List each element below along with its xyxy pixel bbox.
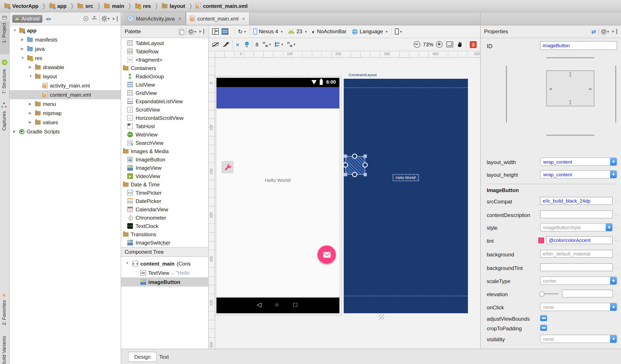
component-row-textview[interactable]: AbTextView – "Hello (121, 268, 208, 277)
id-field[interactable]: imageButton (540, 41, 617, 50)
tree-row-mipmap[interactable]: ▶ mipmap (10, 108, 121, 118)
palette-item[interactable]: Chronometer (121, 213, 208, 222)
close-icon[interactable]: × (178, 16, 181, 22)
contentdescription-field[interactable] (540, 210, 613, 218)
breadcrumb-item[interactable]: app (50, 3, 67, 9)
api-selector[interactable]: 23 (296, 28, 302, 35)
stepper-icon[interactable] (610, 277, 617, 285)
palette-item[interactable]: TableRow (121, 47, 208, 55)
device-selector[interactable]: Nexus 4 (259, 28, 278, 35)
collapse-arrow-icon[interactable]: ▶ (29, 102, 32, 106)
constraint-anchor[interactable] (352, 154, 357, 159)
croptopadding-toggle[interactable] (540, 325, 547, 331)
navigate-arrows-icon[interactable]: ◀▶ (45, 17, 52, 21)
constraint-margin-bottom[interactable] (546, 135, 594, 136)
elevation-slider-track[interactable] (544, 293, 558, 295)
browse-icon[interactable] (614, 238, 620, 243)
tab-mainactivity[interactable]: C MainActivity.java × (124, 12, 186, 25)
collapse-arrow-icon[interactable]: ▶ (29, 65, 32, 69)
close-icon[interactable]: × (242, 16, 245, 22)
design-blueprint-view-icon[interactable] (222, 28, 228, 35)
pan-hand-icon[interactable] (457, 41, 463, 48)
palette-item[interactable]: ↔HorizontalScrollView (121, 114, 208, 122)
back-icon[interactable]: ◁ (257, 301, 261, 308)
tree-row-java[interactable]: ▶ java (10, 44, 121, 53)
palette-item[interactable]: CalendarView (121, 205, 208, 213)
stepper-icon[interactable] (610, 157, 617, 166)
tool-tab-favorites[interactable]: 2: Favorites (1, 300, 7, 325)
tool-tab-captures[interactable]: Captures (1, 111, 7, 131)
expand-arrow-icon[interactable]: ▼ (13, 28, 17, 32)
tree-row-values[interactable]: ▶ values (10, 118, 121, 127)
zoom-in-icon[interactable] (436, 41, 443, 48)
canvas-resize-handle[interactable] (378, 314, 384, 319)
project-view-selector[interactable]: Android (12, 15, 43, 22)
browse-icon[interactable] (614, 252, 620, 256)
tree-row-drawable[interactable]: ▶ drawable (10, 63, 121, 72)
tint-color-swatch[interactable] (538, 238, 544, 243)
tab-content-main[interactable]: content_main.xml × (186, 12, 249, 25)
tree-row-app[interactable]: ▼ app (10, 26, 121, 35)
device-preview[interactable]: 6:00 Hello World! ◁ ○ □ (216, 78, 339, 313)
browse-icon[interactable] (614, 291, 620, 296)
constraint-left-icon[interactable]: ››› (549, 87, 552, 91)
textview-blueprint[interactable]: Hello World! (393, 174, 419, 181)
collapse-arrow-icon[interactable]: ▶ (13, 129, 16, 133)
error-count-badge[interactable]: 3 (470, 41, 477, 48)
breadcrumb-item[interactable]: layout (162, 3, 185, 9)
stepper-icon[interactable] (610, 335, 617, 343)
collapse-arrow-icon[interactable]: ▶ (21, 38, 24, 42)
breadcrumb-item[interactable]: res (135, 3, 151, 9)
gear-icon[interactable] (602, 30, 606, 34)
theme-selector[interactable]: NoActionBar (317, 28, 346, 35)
align-icon[interactable] (275, 42, 280, 47)
selected-imagebutton[interactable] (345, 156, 365, 174)
tint-field[interactable]: @color/colorAccent (546, 236, 613, 244)
adjustviewbounds-toggle[interactable] (540, 315, 547, 321)
design-view-icon[interactable] (212, 28, 219, 35)
stepper-icon[interactable] (610, 303, 617, 311)
tool-tab-build-variants[interactable]: Build Variants (1, 336, 7, 364)
palette-category[interactable]: Date & Time (121, 180, 208, 189)
scaletype-dropdown[interactable]: center (540, 277, 617, 285)
constraint-margin-right[interactable] (615, 66, 616, 122)
browse-icon[interactable] (614, 212, 620, 217)
palette-item[interactable]: ImageButton (121, 155, 208, 164)
palette-item[interactable]: ListView (121, 81, 208, 89)
palette-item[interactable]: ▶VideoView (121, 172, 208, 180)
tree-row-layout[interactable]: ▼ layout (10, 72, 121, 81)
resize-handle[interactable] (363, 155, 367, 158)
palette-category[interactable]: Transitions (121, 230, 208, 239)
palette-item[interactable]: TabHost (121, 122, 208, 130)
collapse-all-icon[interactable] (92, 16, 97, 21)
home-icon[interactable]: ○ (275, 301, 279, 308)
browse-icon[interactable] (614, 225, 620, 230)
palette-item[interactable]: ExpandableListView (121, 97, 208, 105)
palette-item[interactable]: 13:31TextClock (121, 222, 208, 230)
visibility-dropdown[interactable]: none (540, 335, 617, 343)
collapse-arrow-icon[interactable]: ▶ (29, 111, 32, 115)
palette-item[interactable]: TableLayout (121, 39, 208, 47)
palette-item[interactable]: GridView (121, 89, 208, 97)
elevation-field[interactable] (562, 290, 613, 297)
language-selector[interactable]: Language (360, 28, 383, 35)
tool-tab-structure[interactable]: 7: Structure (1, 69, 7, 94)
autoconnect-icon[interactable] (223, 41, 229, 48)
browse-icon[interactable] (614, 199, 620, 203)
component-row-imagebutton-selected[interactable]: imageButton (121, 277, 208, 287)
tree-row-gradle-scripts[interactable]: ▶ Gradle Scripts (10, 127, 121, 136)
zoom-fit-icon[interactable] (447, 42, 453, 47)
palette-item[interactable]: ↕ScrollView (121, 105, 208, 114)
tree-row-activity-main[interactable]: activity_main.xml (10, 81, 121, 90)
stepper-icon[interactable] (606, 223, 613, 231)
breadcrumb-item[interactable]: content_main.xml (196, 3, 247, 9)
constraint-right-icon[interactable]: ‹‹‹ (589, 87, 591, 91)
palette-item[interactable]: ImageView (121, 164, 208, 172)
blueprint-view[interactable]: l i Hello World! (344, 79, 468, 313)
palette-item[interactable]: RadioGroup (121, 72, 208, 81)
palette-category[interactable]: Containers (121, 64, 208, 72)
fab-button[interactable] (317, 245, 336, 264)
palette-item[interactable]: 2011DatePicker (121, 197, 208, 205)
breadcrumb-item[interactable]: VectorApp (4, 3, 38, 9)
tree-row-manifests[interactable]: ▶ manifests (10, 35, 121, 44)
